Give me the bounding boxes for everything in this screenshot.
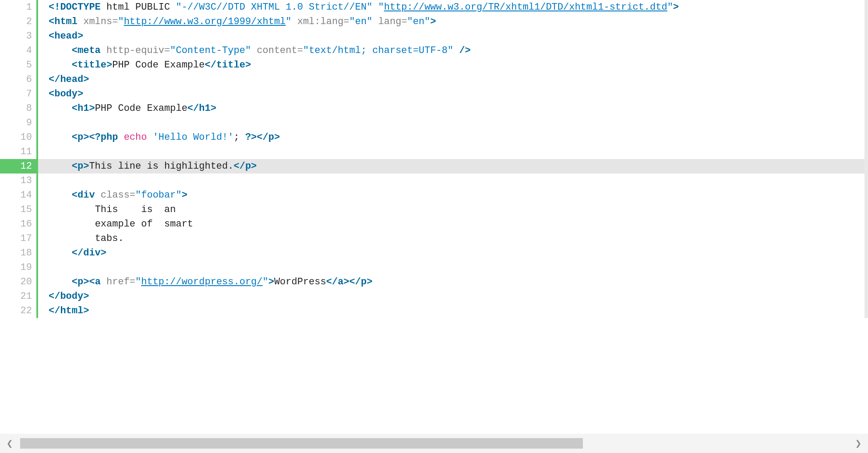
code-line[interactable]: <title>PHP Code Example</title> — [38, 58, 864, 72]
line-number[interactable]: 20 — [0, 275, 36, 289]
line-number[interactable]: 21 — [0, 289, 36, 304]
code-line[interactable]: </body> — [38, 289, 864, 304]
code-line[interactable]: <!DOCTYPE html PUBLIC "-//W3C//DTD XHTML… — [38, 0, 864, 14]
code-line[interactable]: tabs. — [38, 231, 864, 246]
scroll-track[interactable] — [20, 438, 848, 449]
line-number[interactable]: 9 — [0, 116, 36, 130]
line-number[interactable]: 18 — [0, 246, 36, 260]
scroll-left-button[interactable]: ❮ — [0, 434, 19, 453]
line-number[interactable]: 11 — [0, 145, 36, 159]
code-line[interactable]: </div> — [38, 246, 864, 260]
code-line[interactable]: <p><?php echo 'Hello World!'; ?></p> — [38, 130, 864, 145]
code-line[interactable]: This is an — [38, 202, 864, 217]
code-line[interactable]: </html> — [38, 304, 864, 318]
chevron-left-icon: ❮ — [7, 437, 13, 450]
line-number[interactable]: 14 — [0, 188, 36, 202]
code-line[interactable]: <body> — [38, 87, 864, 101]
code-line[interactable]: </head> — [38, 72, 864, 87]
code-line[interactable]: <div class="foobar"> — [38, 188, 864, 202]
code-line[interactable]: <p>This line is highlighted.</p> — [38, 159, 864, 173]
horizontal-scrollbar: ❮ ❯ — [0, 434, 868, 453]
line-number[interactable]: 3 — [0, 29, 36, 43]
line-number[interactable]: 6 — [0, 72, 36, 87]
code-line[interactable]: <meta http-equiv="Content-Type" content=… — [38, 43, 864, 58]
line-number[interactable]: 7 — [0, 87, 36, 101]
line-number[interactable]: 10 — [0, 130, 36, 145]
line-number[interactable]: 4 — [0, 43, 36, 58]
line-number[interactable]: 22 — [0, 304, 36, 318]
line-number[interactable]: 8 — [0, 101, 36, 116]
line-number[interactable]: 16 — [0, 217, 36, 231]
line-number[interactable]: 19 — [0, 260, 36, 275]
scroll-right-button[interactable]: ❯ — [849, 434, 868, 453]
line-number[interactable]: 13 — [0, 173, 36, 188]
line-number[interactable]: 1 — [0, 0, 36, 14]
code-line[interactable] — [38, 116, 864, 130]
line-number[interactable]: 5 — [0, 58, 36, 72]
line-number-gutter[interactable]: 12345678910111213141516171819202122 — [0, 0, 38, 318]
code-line[interactable] — [38, 173, 864, 188]
code-line[interactable]: <html xmlns="http://www.w3.org/1999/xhtm… — [38, 14, 864, 29]
code-line[interactable] — [38, 260, 864, 275]
line-number[interactable]: 15 — [0, 202, 36, 217]
code-editor: 12345678910111213141516171819202122 <!DO… — [0, 0, 868, 318]
scroll-thumb[interactable] — [20, 438, 583, 449]
chevron-right-icon: ❯ — [855, 437, 861, 450]
code-line[interactable]: <h1>PHP Code Example</h1> — [38, 101, 864, 116]
line-number[interactable]: 12 — [0, 159, 36, 173]
code-line[interactable]: <head> — [38, 29, 864, 43]
code-area[interactable]: <!DOCTYPE html PUBLIC "-//W3C//DTD XHTML… — [38, 0, 864, 318]
code-line[interactable]: <p><a href="http://wordpress.org/">WordP… — [38, 275, 864, 289]
line-number[interactable]: 2 — [0, 14, 36, 29]
code-line[interactable] — [38, 145, 864, 159]
line-number[interactable]: 17 — [0, 231, 36, 246]
code-line[interactable]: example of smart — [38, 217, 864, 231]
